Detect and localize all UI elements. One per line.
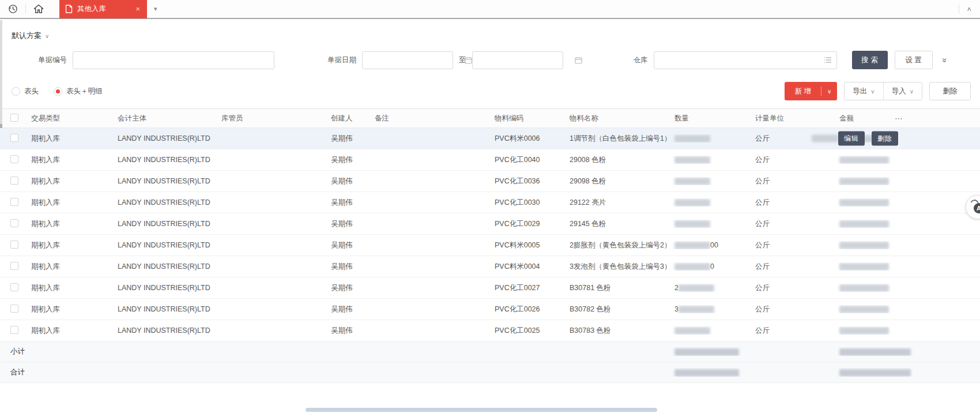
chevron-down-icon[interactable]: ∨ [45,33,49,39]
scheme-selector[interactable]: 默认方案 [12,31,42,41]
warehouse-input[interactable] [654,52,824,69]
cell-amount [835,177,892,185]
cell-material-code: PVC料米0005 [490,241,565,250]
table-row[interactable]: 期初入库 LANDY INDUSTRIES(R)LTD 吴期伟 PVC化工002… [0,277,980,299]
total-row: 合计 [0,362,980,383]
redacted-amount [839,178,889,185]
tab-close-icon[interactable]: × [134,5,141,13]
cell-unit: 公斤 [751,241,835,250]
column-header[interactable]: 计量单位 [751,114,835,123]
doc-date-label: 单据日期 [327,55,356,65]
calendar-icon[interactable] [575,57,582,64]
doc-no-input[interactable] [73,52,274,69]
warehouse-label: 仓库 [634,55,648,65]
cell-material-name: 29122 亮片 [565,198,670,208]
radio-circle-icon[interactable] [12,87,20,96]
column-header[interactable]: 会计主体 [113,114,217,123]
row-checkbox[interactable] [10,177,18,185]
table-row[interactable]: 期初入库 LANDY INDUSTRIES(R)LTD 吴期伟 PVC化工002… [0,299,980,320]
cell-creator: 吴期伟 [326,219,370,229]
table-row[interactable]: 期初入库 LANDY INDUSTRIES(R)LTD 吴期伟 PVC化工002… [0,320,980,341]
add-dropdown-caret-icon[interactable]: ∨ [821,88,837,95]
row-checkbox[interactable] [10,155,18,163]
table-row[interactable]: 期初入库 LANDY INDUSTRIES(R)LTD 吴期伟 PVC料米000… [0,235,980,256]
table-row[interactable]: 期初入库 LANDY INDUSTRIES(R)LTD 吴期伟 PVC料米000… [0,128,980,149]
list-picker-icon[interactable] [824,57,832,63]
cell-amount [835,305,892,313]
cell-amount [835,262,892,271]
cell-unit: 公斤 [751,326,835,336]
cell-transaction-type: 期初入库 [27,177,113,186]
collapse-toolbar-icon[interactable]: ∧ [966,6,972,13]
redacted-quantity [674,199,710,206]
column-header[interactable]: 创建人 [326,114,370,123]
table-row[interactable]: 期初入库 LANDY INDUSTRIES(R)LTD 吴期伟 PVC化工003… [0,192,980,213]
column-header[interactable]: 备注 [370,114,490,123]
subtotal-label: 小计 [0,347,670,356]
radio-header-detail[interactable]: 表头＋明细 [54,87,103,96]
cell-amount [835,284,892,292]
date-from-input[interactable] [363,52,465,69]
cell-accounting-entity: LANDY INDUSTRIES(R)LTD [113,241,217,249]
expand-filters-icon[interactable]: « [938,58,948,62]
redacted-quantity [674,178,710,185]
history-icon[interactable] [0,0,25,18]
horizontal-scrollbar[interactable] [306,408,657,412]
redacted-quantity [679,284,714,292]
table-row[interactable]: 期初入库 LANDY INDUSTRIES(R)LTD 吴期伟 PVC化工004… [0,149,980,171]
calendar-icon[interactable] [465,57,472,64]
import-button[interactable]: 导入 ∨ [884,82,922,100]
edit-row-button[interactable]: 编辑 [838,132,865,146]
delete-row-button[interactable]: 删除 [872,132,898,146]
table-row[interactable]: 期初入库 LANDY INDUSTRIES(R)LTD 吴期伟 PVC化工003… [0,171,980,192]
date-to-input[interactable] [473,52,575,69]
cell-quantity [670,177,751,185]
cell-quantity [670,198,751,206]
column-header[interactable]: 物料编码 [490,114,565,123]
export-button[interactable]: 导出 ∨ [845,82,883,100]
tab-other-inbound[interactable]: 其他入库 × [59,0,147,18]
redacted-amount [839,327,889,335]
cell-material-name: 1调节剂（白色包装袋上编号1） [565,134,670,144]
row-checkbox[interactable] [10,241,18,249]
home-icon[interactable] [26,0,51,18]
table-row[interactable]: 期初入库 LANDY INDUSTRIES(R)LTD 吴期伟 PVC料米000… [0,256,980,277]
select-all-checkbox[interactable] [10,114,18,122]
export-button-label: 导出 [853,87,867,96]
cell-amount [835,241,892,249]
row-checkbox[interactable] [10,326,18,334]
column-header[interactable]: 金额 [835,114,892,123]
date-to-field-wrap [472,51,563,69]
cell-creator: 吴期伟 [326,283,370,293]
row-checkbox[interactable] [10,134,18,142]
radio-circle-checked-icon[interactable] [54,87,62,96]
settings-button[interactable]: 设置 [895,51,933,69]
delete-button[interactable]: 删除 [929,82,971,100]
table-row[interactable]: 期初入库 LANDY INDUSTRIES(R)LTD 吴期伟 PVC化工002… [0,213,980,235]
add-button[interactable]: 新增 ∨ [785,82,837,100]
row-checkbox[interactable] [10,219,18,227]
date-from-field-wrap [362,51,453,69]
cell-amount [835,156,892,164]
search-button[interactable]: 搜索 [852,51,888,69]
radio-header-detail-label: 表头＋明细 [66,87,103,96]
redacted-total-amount [839,369,911,377]
radio-header-only[interactable]: 表头 [12,87,39,96]
column-header[interactable]: 交易类型 [27,114,113,123]
column-header[interactable]: 物料名称 [565,114,670,123]
cell-material-code: PVC料米0004 [490,262,565,272]
cell-material-code: PVC化工0027 [490,283,565,293]
column-header[interactable]: 库管员 [217,114,326,123]
redacted-total-quantity [674,369,739,377]
redacted-amount [839,220,889,228]
row-checkbox[interactable] [10,198,18,206]
tab-list-caret-icon[interactable]: ▾ [154,5,157,13]
row-checkbox[interactable] [10,305,18,313]
row-checkbox[interactable] [10,262,18,270]
cell-unit: 公斤 [751,219,835,229]
row-checkbox[interactable] [10,283,18,291]
column-header[interactable]: 数量 [670,114,751,123]
redacted-amount [839,284,889,292]
more-columns-icon[interactable]: ⋯ [892,114,980,123]
cell-unit: 公斤 [751,262,835,272]
